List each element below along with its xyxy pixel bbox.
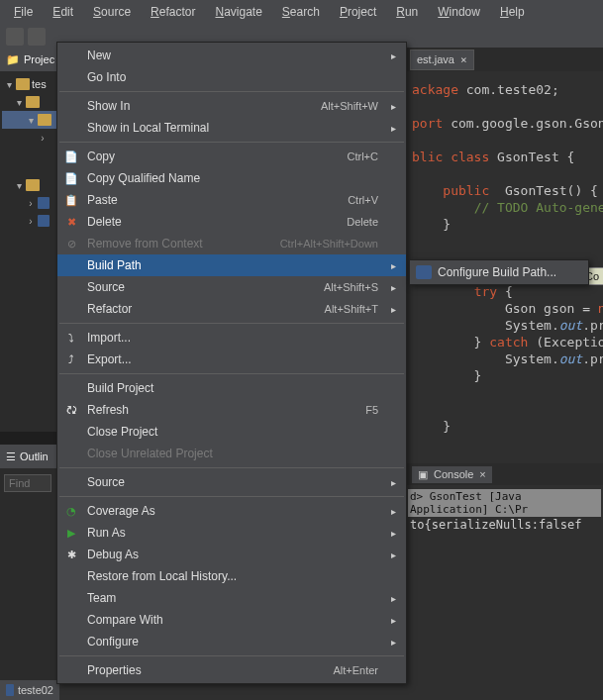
editor-tabs: est.java × <box>406 48 603 71</box>
package-icon <box>38 114 51 126</box>
menu-item-debug-as[interactable]: ✱Debug As▸ <box>57 544 406 565</box>
submenu-arrow-icon: ▸ <box>391 593 396 604</box>
submenu-arrow-icon: ▸ <box>391 101 396 112</box>
menu-item-shortcut: Alt+Shift+T <box>325 303 382 315</box>
menu-item-build-path[interactable]: Build Path▸ <box>57 254 406 276</box>
tree-row[interactable]: › <box>2 212 57 230</box>
menu-item-label: Delete <box>87 215 347 229</box>
menu-help[interactable]: Help <box>490 2 535 22</box>
import-icon: ⤵ <box>63 330 79 346</box>
menu-item-label: Copy <box>87 150 348 163</box>
tree-row[interactable]: ▾ <box>2 93 57 111</box>
tree-row[interactable]: › <box>2 194 57 212</box>
menu-item-restore-from-local-history[interactable]: Restore from Local History... <box>57 565 406 587</box>
twisty-icon[interactable]: › <box>38 133 48 144</box>
outline-icon: ☰ <box>6 450 16 463</box>
twisty-icon[interactable]: › <box>26 216 36 227</box>
build-path-icon <box>416 265 432 279</box>
console-icon: ▣ <box>418 468 428 481</box>
menu-item-import[interactable]: ⤵Import... <box>57 327 406 349</box>
menu-item-shortcut: Ctrl+Alt+Shift+Down <box>280 238 382 250</box>
copyq-icon: 📄 <box>63 170 79 186</box>
menu-item-build-project[interactable]: Build Project <box>57 377 406 399</box>
menu-file[interactable]: File <box>4 2 43 22</box>
console-body[interactable]: d> GsonTest [Java Application] C:\Pr to{… <box>406 485 603 700</box>
menu-item-shortcut: Alt+Shift+W <box>321 100 382 112</box>
menu-window[interactable]: Window <box>428 2 490 22</box>
menu-item-show-in-local-terminal[interactable]: Show in Local Terminal▸ <box>57 117 406 139</box>
close-icon[interactable]: × <box>479 468 485 480</box>
editor-bottom-tab[interactable]: teste02 <box>0 680 59 700</box>
menu-search[interactable]: Search <box>272 2 330 22</box>
menu-run[interactable]: Run <box>386 2 428 22</box>
menu-item-source[interactable]: Source▸ <box>57 471 406 493</box>
menu-item-label: Import... <box>87 331 382 345</box>
refresh-icon: 🗘 <box>63 402 79 418</box>
tree-row[interactable]: ▾ <box>2 176 57 194</box>
menu-item-shortcut: F5 <box>365 404 382 416</box>
context-menu: New▸Go IntoShow InAlt+Shift+W▸Show in Lo… <box>56 42 407 684</box>
close-icon[interactable]: × <box>460 53 467 66</box>
remove-icon: ⊘ <box>63 236 79 251</box>
menu-item-configure[interactable]: Configure▸ <box>57 631 406 652</box>
twisty-icon[interactable]: ▾ <box>26 115 36 126</box>
project-explorer-tab[interactable]: 📁 Projec <box>0 48 59 71</box>
twisty-icon[interactable]: ▾ <box>14 180 24 191</box>
submenu-arrow-icon: ▸ <box>391 615 396 626</box>
jar-icon <box>38 197 50 209</box>
submenu-arrow-icon: ▸ <box>391 123 396 134</box>
coverage-icon: ◔ <box>63 503 79 519</box>
tree-row[interactable]: ▾ <box>2 111 57 129</box>
menu-item-paste[interactable]: 📋PasteCtrl+V <box>57 189 406 211</box>
menu-item-compare-with[interactable]: Compare With▸ <box>57 609 406 631</box>
menubar: File Edit Source Refactor Navigate Searc… <box>0 0 603 24</box>
menu-source[interactable]: Source <box>83 2 141 22</box>
menu-refactor[interactable]: Refactor <box>141 2 205 22</box>
console-tab[interactable]: ▣ Console × <box>412 466 492 483</box>
menu-item-copy[interactable]: 📄CopyCtrl+C <box>57 146 406 167</box>
menu-navigate[interactable]: Navigate <box>205 2 271 22</box>
menu-item-label: Restore from Local History... <box>87 569 382 583</box>
twisty-icon[interactable]: › <box>26 198 36 209</box>
menu-item-show-in[interactable]: Show InAlt+Shift+W▸ <box>57 95 406 117</box>
menu-item-new[interactable]: New▸ <box>57 45 406 66</box>
menu-item-delete[interactable]: ✖DeleteDelete <box>57 211 406 233</box>
menu-item-team[interactable]: Team▸ <box>57 587 406 609</box>
menu-item-close-project[interactable]: Close Project <box>57 421 406 443</box>
menu-item-label: Refresh <box>87 403 365 417</box>
menu-item-label: Source <box>87 475 382 489</box>
menu-item-label: Properties <box>87 663 333 677</box>
menu-item-source[interactable]: SourceAlt+Shift+S▸ <box>57 276 406 298</box>
menu-item-go-into[interactable]: Go Into <box>57 66 406 88</box>
tree-row[interactable]: › <box>2 129 57 147</box>
console-output: to{serializeNulls:falsef <box>408 517 601 533</box>
menu-item-properties[interactable]: PropertiesAlt+Enter <box>57 659 406 681</box>
menu-item-label: Team <box>87 591 382 605</box>
menu-item-shortcut: Ctrl+C <box>348 150 382 162</box>
menu-item-refresh[interactable]: 🗘RefreshF5 <box>57 399 406 421</box>
twisty-icon[interactable]: ▾ <box>4 79 14 90</box>
submenu-item-label: Configure Build Path... <box>438 265 556 279</box>
tree-row[interactable]: ▾ tes <box>2 75 57 93</box>
toolbar-button[interactable] <box>6 28 24 46</box>
menu-separator <box>59 323 404 324</box>
menu-item-label: Close Project <box>87 425 382 439</box>
outline-tab[interactable]: ☰ Outlin <box>0 445 59 468</box>
export-icon: ⤴ <box>63 351 79 367</box>
editor-area: est.java × ackage com.teste02; port com.… <box>406 48 603 700</box>
submenu-item-configure-build-path[interactable]: Configure Build Path... <box>410 262 588 282</box>
menu-item-shortcut: Alt+Enter <box>333 664 382 676</box>
editor-tab[interactable]: est.java × <box>410 50 474 70</box>
submenu-arrow-icon: ▸ <box>391 282 396 293</box>
menu-item-copy-qualified-name[interactable]: 📄Copy Qualified Name <box>57 167 406 189</box>
menu-item-export[interactable]: ⤴Export... <box>57 349 406 370</box>
submenu-arrow-icon: ▸ <box>391 477 396 488</box>
menu-project[interactable]: Project <box>330 2 386 22</box>
twisty-icon[interactable]: ▾ <box>14 97 24 108</box>
toolbar-button[interactable] <box>28 28 46 46</box>
menu-item-coverage-as[interactable]: ◔Coverage As▸ <box>57 500 406 522</box>
menu-item-run-as[interactable]: ▶Run As▸ <box>57 522 406 544</box>
menu-item-refactor[interactable]: RefactorAlt+Shift+T▸ <box>57 298 406 320</box>
menu-edit[interactable]: Edit <box>43 2 83 22</box>
find-input[interactable] <box>4 474 51 492</box>
